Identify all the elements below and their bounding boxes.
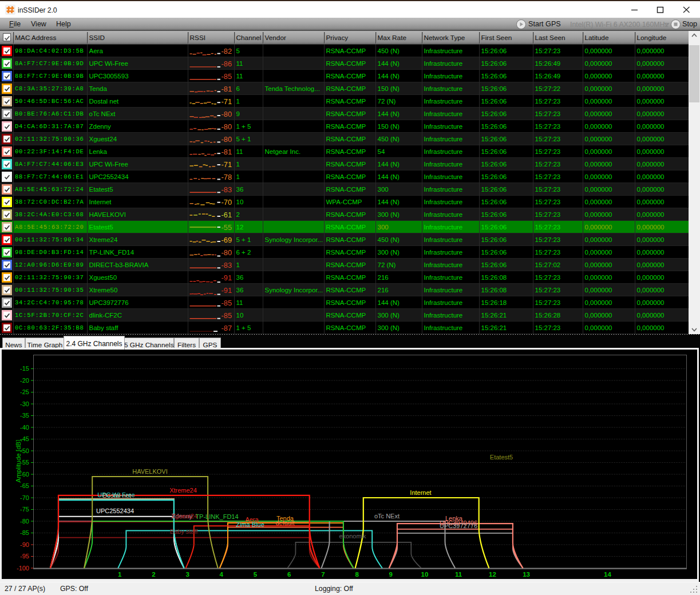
- svg-text:Xtreme24: Xtreme24: [169, 487, 197, 494]
- svg-text:3: 3: [185, 571, 189, 578]
- svg-text:-75: -75: [20, 506, 29, 513]
- svg-text:9: 9: [389, 571, 393, 578]
- svg-text:-85: -85: [20, 529, 29, 536]
- svg-text:-25: -25: [20, 388, 29, 395]
- svg-text:ekonomik: ekonomik: [339, 533, 366, 540]
- svg-text:-15: -15: [20, 365, 29, 372]
- svg-text:7: 7: [321, 571, 325, 578]
- svg-text:Zima Blue: Zima Blue: [236, 521, 264, 528]
- svg-text:13: 13: [523, 571, 530, 578]
- svg-text:2: 2: [152, 571, 155, 578]
- svg-text:default: default: [275, 519, 294, 526]
- svg-text:5: 5: [254, 571, 258, 578]
- svg-text:-20: -20: [20, 377, 29, 384]
- svg-text:UPC Wi-Free: UPC Wi-Free: [97, 491, 135, 498]
- svg-text:-65: -65: [20, 482, 29, 489]
- svg-text:-30: -30: [20, 400, 29, 407]
- svg-text:8: 8: [355, 571, 359, 578]
- svg-text:-90: -90: [20, 541, 29, 548]
- svg-text:UPC3972776: UPC3972776: [440, 522, 477, 529]
- svg-text:TP-LINK_FD14: TP-LINK_FD14: [195, 513, 238, 520]
- svg-text:10: 10: [421, 571, 429, 578]
- svg-text:-35: -35: [20, 412, 29, 419]
- svg-text:12: 12: [489, 571, 496, 578]
- svg-text:Internet: Internet: [410, 489, 431, 496]
- svg-text:Etatest5: Etatest5: [490, 454, 513, 461]
- svg-text:4: 4: [220, 571, 224, 578]
- svg-text:-95: -95: [20, 553, 29, 560]
- svg-text:oTc NExt: oTc NExt: [374, 513, 400, 519]
- svg-text:-40: -40: [20, 424, 29, 431]
- svg-text:1: 1: [118, 571, 122, 578]
- svg-text:-100: -100: [17, 565, 29, 572]
- svg-text:14: 14: [604, 571, 611, 578]
- svg-text:6: 6: [287, 571, 291, 578]
- svg-text:UPC2552434: UPC2552434: [96, 507, 134, 514]
- svg-text:-80: -80: [20, 518, 29, 525]
- svg-text:-70: -70: [20, 494, 29, 501]
- svg-text:11: 11: [455, 571, 462, 578]
- svg-text:HAVELKOVI: HAVELKOVI: [132, 468, 168, 475]
- svg-text:Amplitude [dB]: Amplitude [dB]: [15, 440, 22, 483]
- svg-text:Baby staff: Baby staff: [170, 528, 199, 535]
- svg-text:Xguest24: Xguest24: [171, 513, 197, 519]
